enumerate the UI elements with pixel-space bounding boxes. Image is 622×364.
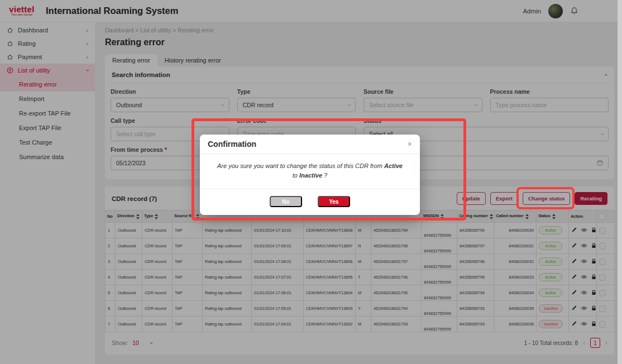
scrollbar[interactable] — [618, 0, 622, 364]
annotation-rect-change-status — [516, 187, 575, 209]
annotation-rect-modal — [192, 118, 466, 221]
